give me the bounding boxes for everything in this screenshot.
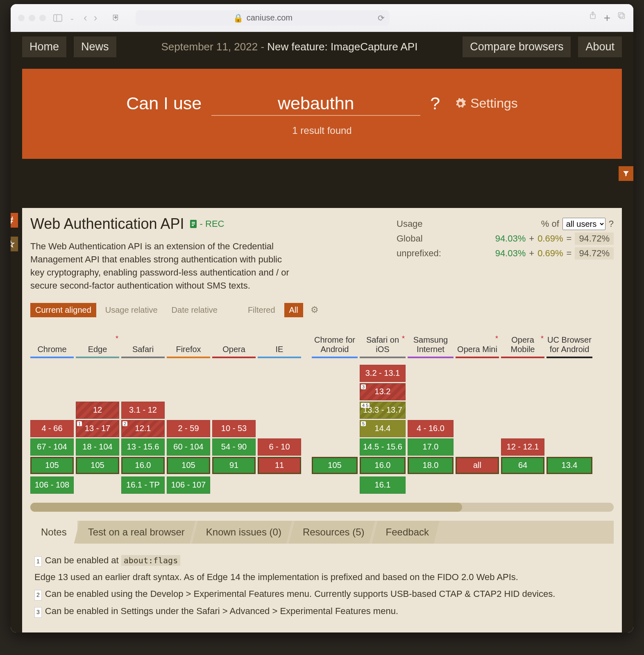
details-tab-resources[interactable]: Resources (5) [289, 521, 375, 544]
browser-header[interactable]: Firefox [167, 330, 210, 358]
support-cell[interactable]: 13 - 171 [76, 420, 119, 437]
support-cell[interactable]: 16.0 [360, 457, 406, 474]
filter-icon[interactable] [619, 166, 633, 181]
horizontal-scrollbar[interactable] [30, 503, 614, 512]
details-tab-notes[interactable]: Notes [30, 521, 77, 544]
support-cell[interactable]: 11 [258, 457, 301, 474]
support-cell[interactable]: 14.45 [360, 420, 406, 437]
browser-header[interactable]: Safari [121, 330, 165, 358]
sidebar-toggle-icon[interactable] [53, 14, 62, 22]
filter-all-tab[interactable]: All [284, 303, 303, 317]
support-cell[interactable]: 67 - 104 [30, 438, 74, 456]
support-cell[interactable]: 14.5 - 15.6 [360, 438, 406, 456]
support-cell[interactable]: 60 - 104 [167, 438, 210, 456]
browser-header[interactable]: Samsung Internet [408, 330, 454, 358]
note-item: Edge 13 used an earlier draft syntax. As… [34, 569, 610, 585]
support-cell[interactable]: 105 [76, 457, 119, 474]
forward-button[interactable]: › [94, 11, 98, 24]
nav-home[interactable]: Home [22, 36, 66, 57]
support-cell[interactable]: 12.12 [121, 420, 165, 437]
minimize-window-icon[interactable] [29, 15, 35, 21]
support-cell[interactable]: 13.3 - 13.74 5 [360, 402, 406, 419]
browser-header[interactable]: IE [258, 330, 301, 358]
feature-title: Web Authentication API - REC [30, 215, 293, 233]
support-cell-future[interactable]: 16.1 [360, 477, 406, 494]
mode-tab-current-aligned[interactable]: Current aligned [30, 303, 96, 317]
support-cell[interactable]: 13.23 [360, 383, 406, 400]
support-cell[interactable]: 105 [30, 457, 74, 474]
support-cell[interactable]: 12 - 12.1 [501, 438, 544, 456]
support-table: Chrome4 - 6667 - 104105106 - 108Edge*121… [30, 330, 614, 494]
chevron-down-icon[interactable]: ⌄ [70, 15, 75, 21]
support-cell[interactable]: 13 - 15.6 [121, 438, 165, 456]
window-controls[interactable] [18, 15, 46, 21]
support-cell[interactable]: 2 - 59 [167, 420, 210, 437]
columns-gear-icon[interactable]: ⚙ [311, 305, 319, 315]
usage-row-label: unprefixed: [397, 248, 454, 259]
site-nav: Home News September 11, 2022 - New featu… [11, 32, 633, 61]
close-window-icon[interactable] [18, 15, 25, 21]
mode-tab-date-relative[interactable]: Date relative [167, 303, 222, 317]
browser-header[interactable]: UC Browser for Android [546, 330, 592, 358]
support-cell-future[interactable]: 106 - 107 [167, 477, 210, 494]
support-cell[interactable]: 4 - 66 [30, 420, 74, 437]
browser-header[interactable]: Edge* [76, 330, 119, 358]
support-cell[interactable]: 16.0 [121, 457, 165, 474]
support-cell[interactable]: 18 - 104 [76, 438, 119, 456]
support-cell-future[interactable]: 106 - 108 [30, 477, 74, 494]
favorite-button[interactable]: ☆ [11, 237, 18, 251]
support-cell[interactable]: 10 - 53 [212, 420, 256, 437]
support-cell[interactable]: 105 [167, 457, 210, 474]
nav-compare-browsers[interactable]: Compare browsers [463, 36, 571, 57]
support-cell[interactable]: 3.2 - 13.1 [360, 365, 406, 382]
browser-col-edge: Edge*1213 - 17118 - 104105 [76, 330, 119, 494]
news-headline[interactable]: New feature: ImageCapture API [267, 41, 417, 53]
browser-header[interactable]: Opera Mobile* [501, 330, 544, 358]
usage-help[interactable]: ? [609, 219, 614, 229]
search-input[interactable] [211, 92, 420, 116]
details-tab-feedback[interactable]: Feedback [372, 521, 440, 544]
support-cell[interactable]: all [456, 457, 499, 474]
details-tab-known[interactable]: Known issues (0) [192, 521, 292, 544]
nav-about[interactable]: About [578, 36, 622, 57]
svg-rect-0 [54, 14, 62, 21]
usage-total-pct: 94.72% [575, 247, 614, 260]
permalink-button[interactable]: # [11, 213, 18, 228]
support-cell[interactable]: 64 [501, 457, 544, 474]
support-cell[interactable]: 54 - 90 [212, 438, 256, 456]
privacy-shield-icon[interactable]: ⛨ [112, 13, 120, 23]
support-cell[interactable]: 12 [76, 402, 119, 419]
support-cell[interactable]: 17.0 [408, 438, 454, 456]
usage-total-pct: 94.72% [575, 233, 614, 245]
support-cell[interactable]: 4 - 16.0 [408, 420, 454, 437]
support-cell[interactable]: 13.4 [546, 457, 592, 474]
spec-status-badge[interactable]: - REC [189, 219, 224, 229]
browser-header[interactable]: Opera Mini* [456, 330, 499, 358]
zoom-window-icon[interactable] [39, 15, 46, 21]
usage-scope-select[interactable]: all users [562, 218, 605, 230]
browser-col-sams: Samsung Internet4 - 16.017.018.0 [408, 330, 454, 494]
new-tab-icon[interactable]: + [604, 11, 610, 25]
nav-news[interactable]: News [74, 36, 116, 57]
details-tabs: NotesTest on a real browserKnown issues … [30, 521, 614, 544]
support-cell-future[interactable]: 16.1 - TP [121, 477, 165, 494]
browser-header[interactable]: Safari on iOS* [360, 330, 406, 358]
support-cell[interactable]: 3.1 - 12 [121, 402, 165, 419]
support-cell[interactable]: 91 [212, 457, 256, 474]
details-tab-test[interactable]: Test on a real browser [74, 521, 195, 544]
support-cell[interactable]: 18.0 [408, 457, 454, 474]
settings-link[interactable]: Settings [455, 96, 518, 111]
browser-header[interactable]: Chrome for Android [312, 330, 358, 358]
browser-header[interactable]: Opera [212, 330, 256, 358]
tabs-overview-icon[interactable] [617, 11, 626, 20]
reload-icon[interactable]: ⟳ [378, 13, 385, 23]
support-cell[interactable]: 6 - 10 [258, 438, 301, 456]
share-icon[interactable] [588, 11, 597, 20]
browser-col-omini: Opera Mini*all [456, 330, 499, 494]
mode-tab-usage-relative[interactable]: Usage relative [100, 303, 163, 317]
back-button[interactable]: ‹ [84, 11, 87, 24]
address-bar[interactable]: 🔒 caniuse.com ⟳ [136, 10, 390, 26]
support-cell[interactable]: 105 [312, 457, 358, 474]
browser-header[interactable]: Chrome [30, 330, 74, 358]
browser-col-firefox: Firefox2 - 5960 - 104105106 - 107 [167, 330, 210, 494]
